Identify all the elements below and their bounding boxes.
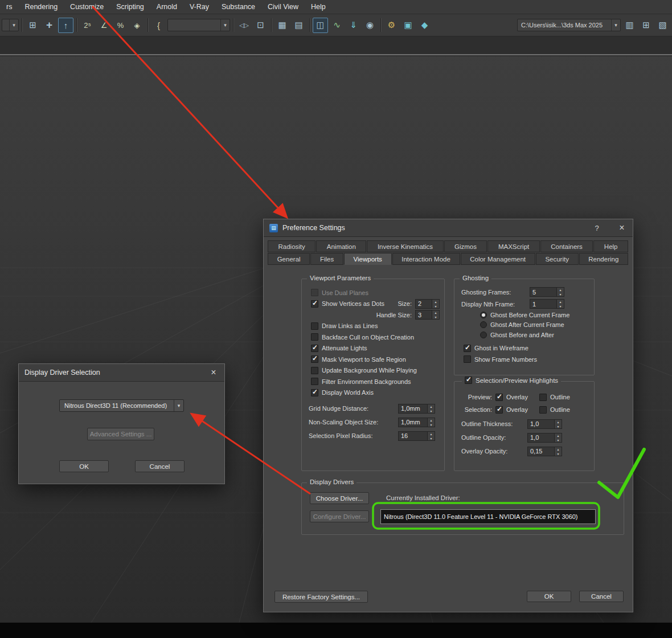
driver-dialog-titlebar[interactable]: Display Driver Selection ×: [19, 364, 224, 382]
outline-opacity-value[interactable]: 1,0: [527, 433, 555, 443]
selection-filter-dropdown[interactable]: ▾: [2, 19, 19, 31]
spinner-up-icon[interactable]: ▴: [432, 310, 439, 315]
show-frame-numbers-checkbox[interactable]: [464, 355, 471, 363]
project-folder-icon[interactable]: ▥: [622, 18, 637, 33]
use-dual-planes-checkbox[interactable]: [311, 289, 318, 296]
preview-overlay-checkbox[interactable]: [495, 394, 503, 401]
tab-interaction-mode[interactable]: Interaction Mode: [392, 253, 460, 265]
spinner-down-icon[interactable]: ▾: [432, 304, 439, 309]
display-world-axis-checkbox[interactable]: [311, 389, 318, 396]
spinner-down-icon[interactable]: ▾: [428, 409, 435, 414]
spinner-down-icon[interactable]: ▾: [555, 438, 562, 443]
spinner-up-icon[interactable]: ▴: [428, 404, 435, 409]
tab-viewports[interactable]: Viewports: [344, 253, 392, 265]
layer-explorer-icon[interactable]: ▤: [291, 18, 306, 33]
render-production-icon[interactable]: ◆: [417, 18, 432, 33]
selection-overlay-checkbox[interactable]: [495, 406, 503, 414]
handle-size-spinner[interactable]: 3▴▾: [415, 310, 440, 320]
spinner-up-icon[interactable]: ▴: [557, 288, 564, 292]
menu-item-civil-view[interactable]: Civil View: [261, 0, 305, 14]
chevron-down-icon[interactable]: ▾: [174, 400, 183, 411]
tab-files[interactable]: Files: [310, 253, 343, 265]
curve-editor-icon[interactable]: ∿: [329, 18, 345, 33]
tab-maxscript[interactable]: MAXScript: [487, 240, 539, 252]
align-icon[interactable]: ⊡: [253, 18, 268, 33]
spinner-arrows[interactable]: ▴▾: [557, 287, 564, 297]
chevron-down-icon[interactable]: ▾: [220, 19, 230, 31]
choose-driver-button[interactable]: Choose Driver...: [310, 492, 369, 504]
outline-opacity-spinner[interactable]: 1,0▴▾: [527, 433, 562, 443]
pref-ok-button[interactable]: OK: [527, 591, 571, 602]
close-icon[interactable]: ×: [617, 223, 627, 233]
close-icon[interactable]: ×: [208, 367, 219, 378]
material-editor-icon[interactable]: ◉: [362, 18, 378, 33]
spinner-arrows[interactable]: ▴▾: [432, 310, 440, 320]
ghosting-frames-value[interactable]: 5: [530, 287, 557, 297]
spinner-down-icon[interactable]: ▾: [557, 292, 564, 297]
tab-gizmos[interactable]: Gizmos: [444, 240, 487, 252]
spinner-arrows[interactable]: ▴▾: [428, 431, 435, 441]
chevron-down-icon[interactable]: ▾: [9, 19, 18, 31]
overlay-opacity-spinner[interactable]: 0,15▴▾: [527, 447, 562, 456]
show-vertices-checkbox[interactable]: [311, 300, 318, 308]
scene-explorer-icon[interactable]: ▦: [274, 18, 290, 33]
tab-radiosity[interactable]: Radiosity: [268, 240, 315, 252]
percent-snap-icon[interactable]: %: [113, 18, 128, 33]
configure-driver-button[interactable]: Configure Driver...: [310, 510, 369, 522]
draw-links-checkbox[interactable]: [311, 322, 318, 330]
tab-rendering[interactable]: Rendering: [579, 253, 628, 265]
spinner-up-icon[interactable]: ▴: [555, 447, 562, 452]
select-and-move-icon[interactable]: +: [42, 18, 57, 33]
render-setup-icon[interactable]: ⚙: [384, 18, 399, 33]
menu-item-scripting[interactable]: Scripting: [110, 0, 150, 14]
maxscript-icon[interactable]: {: [151, 18, 166, 33]
ghost-both-radio[interactable]: [480, 332, 487, 338]
spinner-snap-icon[interactable]: ◈: [129, 18, 145, 33]
angle-snap-icon[interactable]: ∠: [96, 18, 112, 33]
backface-cull-checkbox[interactable]: [311, 333, 318, 341]
spinner-up-icon[interactable]: ▴: [428, 418, 435, 423]
menu-item-modifiers-partial[interactable]: rs: [0, 0, 18, 14]
mirror-icon[interactable]: ◁▷: [236, 18, 252, 33]
spinner-up-icon[interactable]: ▴: [428, 432, 435, 436]
attenuate-lights-checkbox[interactable]: [311, 345, 318, 352]
asset-tracking-icon[interactable]: ⊞: [638, 18, 654, 33]
selection-pixel-radius-spinner[interactable]: 16▴▾: [398, 431, 435, 441]
menu-item-arnold[interactable]: Arnold: [150, 0, 183, 14]
ghost-after-radio[interactable]: [480, 321, 487, 328]
display-nth-frame-value[interactable]: 1: [530, 299, 557, 309]
handle-size-value[interactable]: 3: [415, 310, 432, 320]
nonscaling-size-value[interactable]: 1,0mm: [398, 418, 428, 427]
selection-pixel-radius-value[interactable]: 16: [398, 431, 428, 441]
tab-security[interactable]: Security: [536, 253, 579, 265]
size-spinner[interactable]: 2▴▾: [415, 299, 440, 309]
chevron-down-icon[interactable]: ▾: [611, 19, 620, 31]
select-object-icon[interactable]: ↑: [58, 18, 73, 33]
spinner-arrows[interactable]: ▴▾: [432, 299, 440, 309]
driver-ok-button[interactable]: OK: [59, 460, 109, 472]
spinner-down-icon[interactable]: ▾: [428, 423, 435, 427]
driver-cancel-button[interactable]: Cancel: [135, 460, 185, 472]
overlay-opacity-value[interactable]: 0,15: [527, 447, 555, 456]
ribbon-toggle-icon[interactable]: ◫: [313, 18, 328, 33]
tab-containers[interactable]: Containers: [540, 240, 593, 252]
spinner-arrows[interactable]: ▴▾: [555, 433, 562, 443]
highlights-checkbox[interactable]: [465, 377, 472, 384]
mask-viewport-checkbox[interactable]: [311, 355, 318, 363]
driver-dropdown[interactable]: Nitrous Direct3D 11 (Recommended) ▾: [59, 399, 184, 412]
grid-nudge-spinner[interactable]: 1,0mm▴▾: [398, 404, 435, 414]
project-path-dropdown[interactable]: C:\Users\isik...\3ds Max 2025▾: [517, 19, 621, 31]
spinner-down-icon[interactable]: ▾: [428, 436, 435, 441]
spinner-arrows[interactable]: ▴▾: [557, 299, 564, 309]
select-and-link-icon[interactable]: ⊞: [25, 18, 40, 33]
spinner-arrows[interactable]: ▴▾: [428, 404, 435, 414]
grid-nudge-value[interactable]: 1,0mm: [398, 404, 428, 414]
spinner-down-icon[interactable]: ▾: [555, 452, 562, 456]
spinner-up-icon[interactable]: ▴: [432, 300, 439, 304]
nonscaling-size-spinner[interactable]: 1,0mm▴▾: [398, 418, 435, 427]
snaps-toggle-icon[interactable]: 2⁵: [80, 18, 95, 33]
workspace-icon[interactable]: ▧: [655, 18, 670, 33]
menu-item-substance[interactable]: Substance: [215, 0, 261, 14]
pref-cancel-button[interactable]: Cancel: [579, 591, 624, 602]
ghosting-frames-spinner[interactable]: 5▴▾: [530, 287, 564, 297]
